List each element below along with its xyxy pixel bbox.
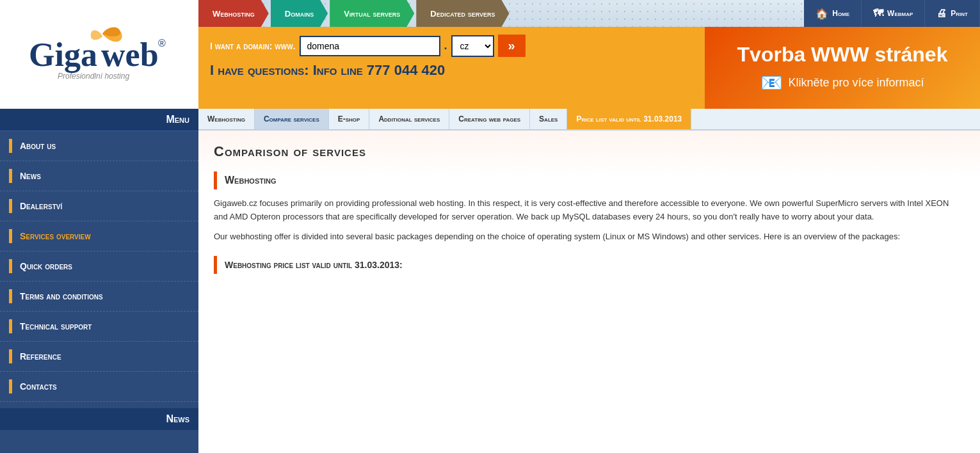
svg-text:Giga: Giga xyxy=(29,36,97,73)
sidebar-label-quick-orders: Quick orders xyxy=(20,261,72,271)
sidebar-item-dealerstvi[interactable]: Dealerství xyxy=(0,191,198,221)
section-paragraph-2: Our webhosting offer is divided into sev… xyxy=(214,230,965,244)
info-line: I have questions: Info line 777 044 420 xyxy=(210,62,693,79)
section-title: Webhosting xyxy=(225,175,277,186)
print-icon: 🖨 xyxy=(936,8,947,19)
price-list-title: Webhosting price list valid until 31.03.… xyxy=(225,260,403,270)
utility-navigation: 🏠 Home 🗺 Webmap 🖨 Print xyxy=(804,0,980,27)
main-tabs: Webhosting Domains Virtual servers Dedic… xyxy=(198,0,511,27)
main-layout: Menu About us News Dealerství Services o… xyxy=(0,109,980,453)
price-list-header: Webhosting price list valid until 31.03.… xyxy=(214,256,965,274)
sidebar-label-terms: Terms and conditions xyxy=(20,291,103,301)
sidebar-menu-header: Menu xyxy=(0,109,198,131)
section-bar xyxy=(214,171,217,189)
tab-virtual-servers[interactable]: Virtual servers xyxy=(330,0,414,27)
header: Giga web ® Profesiondlní hosting Webhost… xyxy=(0,0,980,109)
sidebar-item-reference[interactable]: Reference xyxy=(0,342,198,372)
tab-webhosting[interactable]: Webhosting xyxy=(198,0,269,27)
sidebar-bar-about xyxy=(9,139,12,153)
promo-title: Tvorba WWW stránek xyxy=(737,42,948,67)
sub-tab-compare[interactable]: Compare services xyxy=(255,109,329,129)
sidebar-bar-services xyxy=(9,229,12,243)
sidebar-label-about: About us xyxy=(20,141,56,151)
svg-text:Profesiondlní hosting: Profesiondlní hosting xyxy=(58,72,129,81)
print-button[interactable]: 🖨 Print xyxy=(925,0,980,27)
section-paragraph-1: Gigaweb.cz focuses primarily on providin… xyxy=(214,197,965,224)
svg-text:®: ® xyxy=(158,38,166,49)
section-header: Webhosting xyxy=(214,171,965,189)
sidebar-item-quick-orders[interactable]: Quick orders xyxy=(0,251,198,282)
sidebar: Menu About us News Dealerství Services o… xyxy=(0,109,198,453)
sub-navigation: Webhosting Compare services E-shop Addit… xyxy=(198,109,980,131)
sidebar-bar-contacts xyxy=(9,379,12,393)
sidebar-bar-terms xyxy=(9,289,12,303)
sidebar-label-services: Services overview xyxy=(20,231,91,241)
domain-search-row: I want a domain: www. . cz com eu net or… xyxy=(210,35,693,57)
sidebar-bar-reference xyxy=(9,349,12,363)
domain-input[interactable] xyxy=(300,36,440,56)
header-right: Webhosting Domains Virtual servers Dedic… xyxy=(198,0,980,109)
domain-extension-select[interactable]: cz com eu net org xyxy=(451,35,494,57)
sidebar-bar-support xyxy=(9,319,12,333)
sidebar-label-reference: Reference xyxy=(20,351,61,362)
sidebar-item-contacts[interactable]: Contacts xyxy=(0,372,198,402)
sidebar-label-news: News xyxy=(20,171,41,181)
sub-tab-eshop[interactable]: E-shop xyxy=(329,109,370,129)
sidebar-item-terms[interactable]: Terms and conditions xyxy=(0,282,198,312)
promo-icon: 📧 xyxy=(760,72,783,93)
sidebar-bar-dealerstvi xyxy=(9,199,12,213)
domain-search-button[interactable]: » xyxy=(498,35,526,57)
sub-tab-webhosting[interactable]: Webhosting xyxy=(198,109,255,129)
sidebar-item-news[interactable]: News xyxy=(0,161,198,191)
sidebar-item-services[interactable]: Services overview xyxy=(0,221,198,251)
home-icon: 🏠 xyxy=(815,8,828,20)
promo-subtitle: 📧 Klikněte pro více informací xyxy=(760,72,924,93)
content-area: Webhosting Compare services E-shop Addit… xyxy=(198,109,980,453)
price-list-bar xyxy=(214,256,217,274)
domain-label: I want a domain: www. xyxy=(210,41,296,51)
sidebar-bar-quick-orders xyxy=(9,259,12,273)
svg-text:web: web xyxy=(101,36,159,73)
tab-domains[interactable]: Domains xyxy=(271,0,328,27)
promo-banner[interactable]: Tvorba WWW stránek 📧 Klikněte pro více i… xyxy=(705,27,980,109)
sub-tab-additional[interactable]: Additional services xyxy=(369,109,449,129)
sub-tab-sales[interactable]: Sales xyxy=(530,109,567,129)
domain-dot: . xyxy=(444,39,447,52)
sidebar-label-contacts: Contacts xyxy=(20,381,57,392)
page-title: Comparison of services xyxy=(214,143,965,160)
tab-dedicated-servers[interactable]: Dedicated servers xyxy=(416,0,509,27)
logo-svg: Giga web ® Profesiondlní hosting xyxy=(26,22,173,86)
webmap-button[interactable]: 🗺 Webmap xyxy=(862,0,925,27)
webmap-icon: 🗺 xyxy=(873,8,883,19)
content-body: Comparison of services Webhosting Gigawe… xyxy=(198,131,980,287)
sidebar-bar-news xyxy=(9,169,12,183)
sidebar-label-support: Technical support xyxy=(20,321,92,331)
sidebar-label-dealerstvi: Dealerství xyxy=(20,201,62,211)
sidebar-item-about[interactable]: About us xyxy=(0,131,198,161)
logo-area: Giga web ® Profesiondlní hosting xyxy=(0,0,198,109)
sidebar-item-support[interactable]: Technical support xyxy=(0,312,198,342)
domain-search-bar: I want a domain: www. . cz com eu net or… xyxy=(198,27,705,109)
home-button[interactable]: 🏠 Home xyxy=(804,0,862,27)
webhosting-section: Webhosting Gigaweb.cz focuses primarily … xyxy=(214,171,965,243)
sub-tab-pricelist[interactable]: Price list valid until 31.03.2013 xyxy=(567,109,691,129)
top-navigation: Webhosting Domains Virtual servers Dedic… xyxy=(198,0,980,27)
sub-tab-creating[interactable]: Creating web pages xyxy=(449,109,530,129)
sidebar-news-header: News xyxy=(0,408,198,430)
